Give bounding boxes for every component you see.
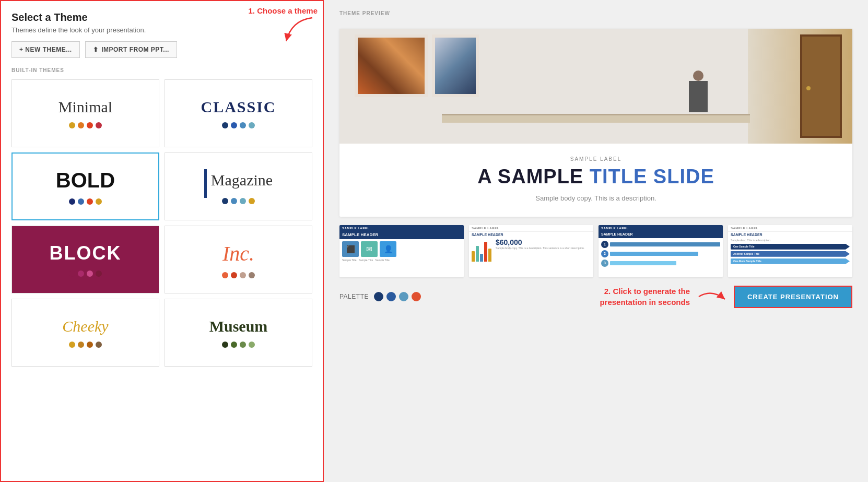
thumb-label-2: SAMPLE LABEL <box>469 225 593 232</box>
theme-card-block[interactable]: BLOCK <box>11 226 159 293</box>
thumb-header-2: SAMPLE HEADER <box>469 232 593 237</box>
dot <box>96 122 102 128</box>
palette-section: PALETTE <box>339 292 421 301</box>
theme-card-magazine[interactable]: Magazine <box>165 152 312 220</box>
annotation2-arrow-icon <box>696 286 728 307</box>
dot <box>249 198 255 204</box>
dot <box>222 342 228 348</box>
theme-name-cheeky: Cheeky <box>62 318 108 335</box>
thumbnail-row: SAMPLE LABEL SAMPLE HEADER ⬛ ✉ 👤 Sample … <box>339 225 852 277</box>
palette-dot-2 <box>386 292 396 301</box>
list-item-3: 3 <box>601 260 720 267</box>
list-num-1: 1 <box>601 241 608 248</box>
theme-dots-minimal <box>69 122 102 128</box>
thumb-bars <box>472 238 491 262</box>
thumbnail-1[interactable]: SAMPLE LABEL SAMPLE HEADER ⬛ ✉ 👤 Sample … <box>339 225 464 277</box>
preview-image-area <box>339 29 852 144</box>
theme-name-block: BLOCK <box>50 242 122 264</box>
annotation-arrow-icon <box>276 15 318 46</box>
theme-card-inc[interactable]: Inc. <box>165 226 312 293</box>
dot <box>69 122 75 128</box>
theme-card-museum[interactable]: Museum <box>165 299 312 367</box>
thumb-header-3: SAMPLE HEADER <box>599 231 723 238</box>
slide-body: Sample body copy. This is a description. <box>360 194 831 202</box>
thumb-label-3: SAMPLE LABEL <box>599 225 723 231</box>
list-num-3: 3 <box>601 260 608 267</box>
bar <box>472 251 475 262</box>
dot <box>78 342 84 348</box>
thumbnail-2[interactable]: SAMPLE LABEL SAMPLE HEADER $60,000 Sampl… <box>469 225 593 277</box>
bar <box>484 242 487 262</box>
painting1 <box>355 34 428 97</box>
dot <box>87 271 93 277</box>
dot <box>231 342 237 348</box>
theme-dots-classic <box>222 122 255 128</box>
palette-dot-1 <box>374 292 383 301</box>
dot <box>222 122 228 128</box>
arrow-item-1: One Sample Title <box>731 244 850 250</box>
bottom-section: PALETTE 2. Click to generate thepresenta… <box>339 286 852 308</box>
slide-title: A SAMPLE TITLE SLIDE <box>360 166 831 188</box>
dot <box>69 342 75 348</box>
thumb-number-text: Sample body copy. This is a description.… <box>496 246 584 250</box>
bar <box>480 254 483 262</box>
palette-dot-4 <box>412 292 421 301</box>
slide-title-accent: TITLE SLIDE <box>590 166 714 187</box>
thumb-icon-1: ⬛ <box>342 241 359 257</box>
bar <box>476 246 479 262</box>
theme-name-classic: CLASSIC <box>201 98 276 116</box>
dot <box>78 271 84 277</box>
theme-name-inc: Inc. <box>222 241 254 266</box>
thumb-label-4: SAMPLE LABEL <box>728 225 852 232</box>
dot <box>231 122 237 128</box>
palette-label: PALETTE <box>339 293 369 300</box>
import-ppt-button[interactable]: ⬆ IMPORT FROM PPT... <box>85 41 177 58</box>
dot <box>249 342 255 348</box>
door-knob <box>806 86 811 90</box>
create-presentation-button[interactable]: CREATE PRESENTATION <box>734 286 852 308</box>
dot <box>87 198 93 205</box>
dot <box>78 198 84 205</box>
dot <box>222 272 228 278</box>
thumb-content-1: ⬛ ✉ 👤 Sample Title Sample Title Sample T… <box>339 239 464 264</box>
person-head <box>693 70 703 81</box>
theme-name-minimal: Minimal <box>58 98 112 116</box>
preview-content: SAMPLE LABEL A SAMPLE TITLE SLIDE Sample… <box>339 144 852 217</box>
theme-card-minimal[interactable]: Minimal <box>11 79 159 147</box>
thumbnail-4[interactable]: SAMPLE LABEL SAMPLE HEADER Sample desc. … <box>728 225 852 277</box>
left-panel: Select a Theme Themes define the look of… <box>0 0 324 482</box>
dot <box>222 198 228 204</box>
thumb-big-number: $60,000 <box>496 238 584 246</box>
thumb-header-4: SAMPLE HEADER <box>728 232 852 237</box>
built-in-themes-label: BUILT-IN THEMES <box>11 67 312 73</box>
thumb-icon-3: 👤 <box>380 241 396 257</box>
theme-dots-block <box>69 271 102 277</box>
thumb-number-area: $60,000 Sample body copy. This is a desc… <box>496 238 584 262</box>
thumb-icons-row: ⬛ ✉ 👤 <box>342 241 461 257</box>
thumb-text-1: Sample Title Sample Title Sample Title <box>342 258 461 262</box>
thumb-label-1: SAMPLE LABEL <box>339 225 464 231</box>
new-theme-button[interactable]: + NEW THEME... <box>11 41 80 58</box>
theme-dots-cheeky <box>69 342 102 348</box>
dot <box>231 272 237 278</box>
theme-card-cheeky[interactable]: Cheeky <box>11 299 159 367</box>
dot <box>240 122 246 128</box>
list-bar-2 <box>610 252 698 256</box>
theme-card-bold[interactable]: BOLD <box>11 152 159 220</box>
dot <box>240 198 246 204</box>
list-bar-1 <box>610 242 720 246</box>
list-item-1: 1 <box>601 241 720 248</box>
annotation-choose: 1. Choose a theme <box>248 6 318 46</box>
door <box>800 34 842 138</box>
theme-card-classic[interactable]: CLASSIC <box>165 79 312 147</box>
dot <box>96 342 102 348</box>
thumb-desc-4: Sample desc. This is a description. <box>731 239 850 242</box>
dot <box>231 198 237 204</box>
main-preview: SAMPLE LABEL A SAMPLE TITLE SLIDE Sample… <box>339 29 852 217</box>
right-panel: THEME PREVIEW SAMPLE LABEL A <box>324 0 868 482</box>
create-section: 2. Click to generate thepresentation in … <box>600 286 852 308</box>
arrow-item-3: One More Sample Title <box>731 258 850 264</box>
thumbnail-3[interactable]: SAMPLE LABEL SAMPLE HEADER 1 2 3 <box>599 225 723 277</box>
magazine-bar-icon <box>204 169 207 198</box>
dot <box>96 198 102 205</box>
